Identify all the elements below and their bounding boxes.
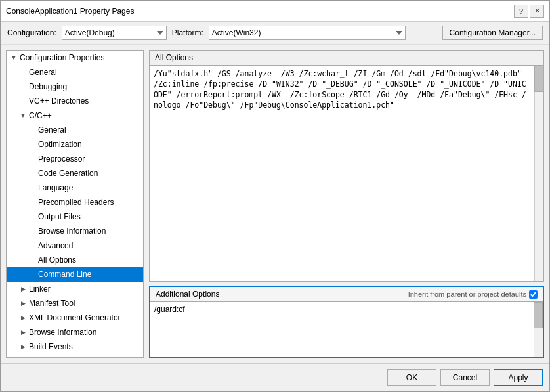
additional-options-wrapper xyxy=(150,302,543,357)
tree-label-browse-info-cpp: Browse Information xyxy=(38,225,106,237)
tree-item-advanced-cpp[interactable]: Advanced xyxy=(7,238,143,253)
ok-button[interactable]: OK xyxy=(387,369,436,386)
tree-item-manifest-tool[interactable]: ▶Manifest Tool xyxy=(7,296,143,311)
tree-toggle-manifest-tool[interactable]: ▶ xyxy=(18,299,28,308)
all-options-section: All Options /Yu"stdafx.h" /GS /analyze- … xyxy=(149,50,544,282)
platform-select[interactable]: Active(Win32) xyxy=(209,26,406,40)
all-options-scrollbar[interactable] xyxy=(534,66,543,281)
dialog-window: ConsoleApplication1 Property Pages ? ✕ C… xyxy=(0,0,550,392)
tree-panel: ▼Configuration PropertiesGeneralDebuggin… xyxy=(6,50,144,358)
tree-label-xml-doc-gen: XML Document Generator xyxy=(29,312,121,324)
tree-toggle-config-props[interactable]: ▼ xyxy=(9,53,18,62)
bottom-bar: OK Cancel Apply xyxy=(1,363,549,391)
tree-item-precompiled-headers[interactable]: Precompiled Headers xyxy=(7,195,143,209)
additional-options-label: Additional Options xyxy=(156,290,219,299)
right-panel: All Options /Yu"stdafx.h" /GS /analyze- … xyxy=(149,50,544,358)
all-options-text: /Yu"stdafx.h" /GS /analyze- /W3 /Zc:wcha… xyxy=(154,68,539,110)
config-label: Configuration: xyxy=(7,28,56,37)
tree-toggle-custom-build-step[interactable]: ▶ xyxy=(18,357,28,358)
tree-item-language[interactable]: Language xyxy=(7,181,143,195)
tree-item-code-generation[interactable]: Code Generation xyxy=(7,166,143,181)
tree-item-debugging[interactable]: Debugging xyxy=(7,79,143,94)
tree-toggle-xml-doc-gen[interactable]: ▶ xyxy=(18,313,28,322)
tree-label-manifest-tool: Manifest Tool xyxy=(29,297,75,309)
additional-options-scrollbar[interactable] xyxy=(534,302,543,357)
tree-label-code-generation: Code Generation xyxy=(38,167,98,179)
inherit-row: Inherit from parent or project defaults xyxy=(408,290,538,299)
dialog-title: ConsoleApplication1 Property Pages xyxy=(6,7,134,16)
tree-item-custom-build-step[interactable]: ▶Custom Build Step xyxy=(7,354,143,358)
tree-item-preprocessor[interactable]: Preprocessor xyxy=(7,152,143,166)
tree-toggle-linker[interactable]: ▶ xyxy=(18,284,28,294)
cancel-button[interactable]: Cancel xyxy=(440,369,490,386)
tree-label-general: General xyxy=(29,66,57,78)
tree-item-output-files[interactable]: Output Files xyxy=(7,209,143,224)
tree-item-general[interactable]: General xyxy=(7,65,143,79)
tree-label-advanced-cpp: Advanced xyxy=(38,240,73,251)
additional-options-scrollbar-thumb[interactable] xyxy=(534,302,543,328)
tree-label-debugging: Debugging xyxy=(29,81,67,93)
inherit-checkbox[interactable] xyxy=(529,290,538,299)
tree-label-build-events: Build Events xyxy=(29,341,73,353)
tree-item-cpp-general[interactable]: General xyxy=(7,123,143,137)
all-options-scrollbar-thumb[interactable] xyxy=(534,66,543,92)
all-options-header: All Options xyxy=(150,51,543,66)
tree-toggle-build-events[interactable]: ▶ xyxy=(18,342,28,351)
tree-item-all-options[interactable]: All Options xyxy=(7,253,143,267)
all-options-content: /Yu"stdafx.h" /GS /analyze- /W3 /Zc:wcha… xyxy=(150,66,543,281)
tree-label-vc-directories: VC++ Directories xyxy=(29,95,89,107)
title-bar: ConsoleApplication1 Property Pages ? ✕ xyxy=(1,1,549,22)
additional-options-input[interactable] xyxy=(150,302,543,355)
tree-item-config-props[interactable]: ▼Configuration Properties xyxy=(7,51,143,65)
platform-label: Platform: xyxy=(172,28,203,37)
additional-options-header-row: Additional Options Inherit from parent o… xyxy=(150,287,543,302)
tree-item-vc-directories[interactable]: VC++ Directories xyxy=(7,94,143,108)
tree-label-command-line: Command Line xyxy=(38,269,91,280)
tree-label-config-props: Configuration Properties xyxy=(20,52,104,64)
tree-label-linker: Linker xyxy=(29,283,51,295)
tree-item-build-events[interactable]: ▶Build Events xyxy=(7,339,143,354)
tree-item-cpp[interactable]: ▼C/C++ xyxy=(7,108,143,123)
additional-options-section: Additional Options Inherit from parent o… xyxy=(149,286,544,358)
tree-label-cpp-general: General xyxy=(38,124,66,136)
tree-item-browse-info-cpp[interactable]: Browse Information xyxy=(7,224,143,238)
tree-item-xml-doc-gen[interactable]: ▶XML Document Generator xyxy=(7,311,143,325)
config-row: Configuration: Active(Debug) Platform: A… xyxy=(1,22,549,45)
tree-toggle-cpp[interactable]: ▼ xyxy=(18,111,28,120)
tree-label-precompiled-headers: Precompiled Headers xyxy=(38,196,114,208)
config-manager-button[interactable]: Configuration Manager... xyxy=(442,26,543,40)
tree-label-language: Language xyxy=(38,182,73,194)
tree-label-preprocessor: Preprocessor xyxy=(38,153,85,165)
tree-item-linker[interactable]: ▶Linker xyxy=(7,282,143,296)
tree-label-browse-info: Browse Information xyxy=(29,326,96,338)
tree-toggle-browse-info[interactable]: ▶ xyxy=(18,328,28,337)
tree-item-browse-info[interactable]: ▶Browse Information xyxy=(7,325,143,339)
tree-label-cpp: C/C++ xyxy=(29,110,52,121)
tree-item-optimization[interactable]: Optimization xyxy=(7,137,143,152)
title-bar-buttons: ? ✕ xyxy=(514,5,544,18)
tree-label-optimization: Optimization xyxy=(38,139,82,150)
tree-label-custom-build-step: Custom Build Step xyxy=(29,355,94,358)
tree-label-output-files: Output Files xyxy=(38,211,81,223)
close-button[interactable]: ✕ xyxy=(530,5,544,18)
tree-item-command-line[interactable]: Command Line xyxy=(7,267,143,282)
inherit-label: Inherit from parent or project defaults xyxy=(408,290,526,298)
tree-label-all-options: All Options xyxy=(38,254,76,266)
help-button[interactable]: ? xyxy=(514,5,528,18)
apply-button[interactable]: Apply xyxy=(494,369,543,386)
config-select[interactable]: Active(Debug) xyxy=(62,26,167,40)
main-content: ▼Configuration PropertiesGeneralDebuggin… xyxy=(1,45,549,363)
